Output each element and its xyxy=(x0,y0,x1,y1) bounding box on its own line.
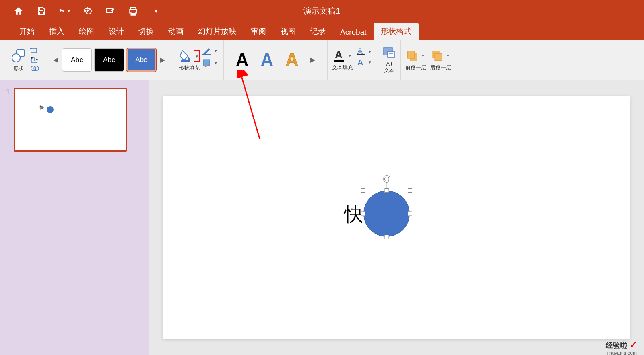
home-button[interactable] xyxy=(12,5,25,18)
tab-transitions[interactable]: 切换 xyxy=(131,23,161,40)
thumb-circle-shape xyxy=(47,106,54,113)
wordart-preset-3[interactable]: A xyxy=(285,50,298,70)
shape-fill-dropdown[interactable]: ▼ xyxy=(194,50,200,62)
main-area: 1 快 快 xyxy=(0,80,644,355)
svg-point-9 xyxy=(34,66,39,71)
circle-shape[interactable] xyxy=(363,191,410,237)
resize-handle-tl[interactable] xyxy=(361,188,365,193)
gallery-prev-button[interactable]: ◀ xyxy=(52,48,60,72)
shapes-icon xyxy=(11,48,26,64)
shape-effects-icon[interactable] xyxy=(202,58,212,68)
shape-fill-label: 形状填充 xyxy=(179,64,200,72)
edit-icon xyxy=(105,6,115,16)
text-effects-dropdown[interactable]: ▼ xyxy=(366,60,374,64)
resize-handle-tc[interactable] xyxy=(384,188,389,193)
svg-point-6 xyxy=(31,57,33,59)
svg-rect-25 xyxy=(435,53,442,61)
svg-rect-23 xyxy=(407,51,415,58)
style-preset-1[interactable]: Abc xyxy=(62,48,92,72)
svg-text:A: A xyxy=(335,49,343,61)
resize-handle-mr[interactable] xyxy=(408,211,412,216)
alt-text-label-2: 文本 xyxy=(384,67,394,74)
tab-draw[interactable]: 绘图 xyxy=(72,23,101,40)
style-preset-2[interactable]: Abc xyxy=(94,48,124,72)
text-fill-label: 文本填充 xyxy=(332,64,353,71)
tab-review[interactable]: 审阅 xyxy=(244,23,273,40)
resize-handle-tr[interactable] xyxy=(408,188,412,193)
svg-rect-16 xyxy=(357,54,365,55)
edit-points-icon[interactable] xyxy=(30,48,40,55)
customize-toolbar-button[interactable]: ▼ xyxy=(150,5,163,18)
shape-group: 形状 xyxy=(6,40,44,80)
alt-text-icon xyxy=(382,45,396,60)
shape-label: 形状 xyxy=(13,65,24,72)
bring-forward-icon xyxy=(405,49,419,63)
tab-animations[interactable]: 动画 xyxy=(161,23,191,40)
gallery-next-button[interactable]: ▶ xyxy=(159,48,167,72)
save-button[interactable] xyxy=(35,5,48,18)
text-outline-icon[interactable]: A xyxy=(356,47,366,56)
text-outline-dropdown[interactable]: ▼ xyxy=(366,49,374,54)
send-backward-icon xyxy=(430,49,444,63)
merge-shapes-icon[interactable] xyxy=(30,56,40,64)
tab-home[interactable]: 开始 xyxy=(12,23,42,40)
wordart-styles-group: A A A ▶ xyxy=(224,40,328,80)
slide-canvas[interactable]: 快 xyxy=(163,96,630,339)
send-backward-button[interactable]: ▼ 后移一层 xyxy=(430,49,452,71)
selected-circle-shape[interactable] xyxy=(363,191,410,237)
wordart-preset-2[interactable]: A xyxy=(261,50,274,70)
svg-rect-14 xyxy=(334,60,344,62)
alt-text-label-1: Alt xyxy=(386,61,392,67)
tab-shape-format[interactable]: 形状格式 xyxy=(374,23,419,40)
shape-outline-icon[interactable] xyxy=(202,46,212,56)
text-fill-dropdown[interactable]: ▼ xyxy=(346,53,353,58)
svg-rect-3 xyxy=(31,49,37,53)
tab-acrobat[interactable]: Acrobat xyxy=(333,25,374,40)
check-icon: ✓ xyxy=(630,340,637,350)
watermark-text: 经验啦 xyxy=(606,341,627,349)
print-button[interactable] xyxy=(127,5,140,18)
thumb-text: 快 xyxy=(39,105,44,111)
insert-shape-button[interactable]: 形状 xyxy=(10,47,27,72)
text-effects-icon[interactable]: A xyxy=(356,58,366,67)
svg-rect-4 xyxy=(30,48,32,49)
quick-edit-button[interactable] xyxy=(104,5,117,18)
svg-rect-5 xyxy=(36,48,37,49)
svg-rect-11 xyxy=(202,54,211,55)
tab-design[interactable]: 设计 xyxy=(101,23,131,40)
resize-handle-ml[interactable] xyxy=(361,211,365,216)
send-backward-dropdown[interactable]: ▼ xyxy=(444,53,452,58)
rotate-handle[interactable] xyxy=(383,175,390,183)
effects-dropdown[interactable]: ▼ xyxy=(212,61,219,65)
resize-handle-bc[interactable] xyxy=(384,235,389,239)
bring-forward-button[interactable]: ▼ 前移一层 xyxy=(405,49,427,71)
chevron-down-icon: ▼ xyxy=(67,9,71,13)
tab-record[interactable]: 记录 xyxy=(303,23,333,40)
shape-fill-icon[interactable] xyxy=(178,48,194,64)
svg-text:A: A xyxy=(357,58,363,67)
watermark: 经验啦 ✓ xyxy=(606,340,637,350)
slide-thumbnail-1[interactable]: 1 快 xyxy=(6,88,143,152)
redo-button[interactable] xyxy=(81,5,94,18)
change-shape-icon[interactable] xyxy=(30,65,40,72)
wordart-preset-1[interactable]: A xyxy=(236,50,249,70)
alt-text-button[interactable]: Alt 文本 xyxy=(382,45,396,74)
style-preset-3[interactable]: Abc xyxy=(126,48,156,72)
tab-view[interactable]: 视图 xyxy=(273,23,303,40)
tab-slideshow[interactable]: 幻灯片放映 xyxy=(191,23,244,40)
bring-forward-dropdown[interactable]: ▼ xyxy=(419,53,427,58)
resize-handle-br[interactable] xyxy=(408,235,412,239)
text-fill-group: A ▼ 文本填充 A ▼ A ▼ xyxy=(328,40,378,80)
shape-styles-group: ◀ Abc Abc Abc ▶ xyxy=(44,40,174,80)
wordart-next-button[interactable]: ▶ xyxy=(310,56,315,64)
svg-rect-19 xyxy=(388,52,395,57)
outline-dropdown[interactable]: ▼ xyxy=(212,49,219,53)
text-fill-icon[interactable]: A xyxy=(332,49,346,63)
slide-number: 1 xyxy=(6,88,10,96)
undo-button[interactable]: ▼ xyxy=(58,5,71,18)
resize-handle-bl[interactable] xyxy=(361,235,365,239)
svg-point-8 xyxy=(31,66,36,71)
slide-panel[interactable]: 1 快 xyxy=(0,80,149,355)
bring-forward-label: 前移一层 xyxy=(405,64,426,71)
tab-insert[interactable]: 插入 xyxy=(42,23,72,40)
